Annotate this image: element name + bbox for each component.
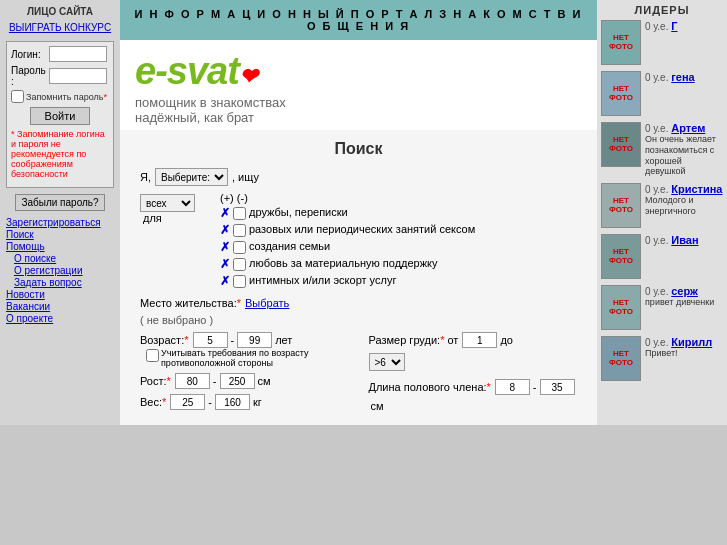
cb-support[interactable] <box>233 258 246 271</box>
leader-name-1[interactable]: гена <box>671 71 694 83</box>
leader-desc-5: привет дивченки <box>645 297 723 308</box>
remember-checkbox[interactable] <box>11 90 24 103</box>
leader-photo-4: НЕТ ФОТО <box>601 234 641 279</box>
login-button[interactable]: Войти <box>30 107 90 125</box>
age-to-input[interactable] <box>237 332 272 348</box>
leader-score-5: 0 у.е. <box>645 286 668 297</box>
site-face-label: ЛИЦО САЙТА <box>6 6 114 17</box>
height-unit: см <box>258 375 271 387</box>
login-input[interactable] <box>49 46 107 62</box>
leader-photo-0: НЕТ ФОТО <box>601 20 641 65</box>
leader-photo-3: НЕТ ФОТО <box>601 183 641 228</box>
leaders-list: НЕТ ФОТО 0 у.е. Г НЕТ ФОТО 0 у.е. гена Н… <box>601 20 723 381</box>
bust-to-label: до <box>500 334 513 346</box>
i-label: Я, <box>140 171 151 183</box>
leader-item: НЕТ ФОТО 0 у.е. Кристина Молодого и энер… <box>601 183 723 228</box>
nav-help[interactable]: Помощь <box>6 241 114 252</box>
win-contest-link[interactable]: ВЫИГРАТЬ КОНКУРС <box>9 22 111 33</box>
cb-escort[interactable] <box>233 275 246 288</box>
all-select[interactable]: всех <box>140 194 195 212</box>
left-sidebar: ЛИЦО САЙТА ВЫИГРАТЬ КОНКУРС Логин: Парол… <box>0 0 120 425</box>
wybrac-link[interactable]: Выбрать <box>245 297 289 309</box>
leader-name-3[interactable]: Кристина <box>671 183 722 195</box>
leader-item: НЕТ ФОТО 0 у.е. гена <box>601 71 723 116</box>
logo-tagline: помощник в знакомствах надёжный, как бра… <box>135 95 582 125</box>
cb-friendship-label: дружбы, переписки <box>249 206 348 218</box>
nav-register[interactable]: Зарегистрироваться <box>6 217 114 228</box>
age-checkbox-label: Учитывать требования по возрасту противо… <box>146 348 349 368</box>
length-label: Длина полового члена:* <box>369 381 491 393</box>
nav-ask-question[interactable]: Задать вопрос <box>14 277 114 288</box>
bust-to-select[interactable]: >6 1 2 3 4 5 6 <box>369 353 405 371</box>
leader-name-4[interactable]: Иван <box>671 234 698 246</box>
nav-vacancies[interactable]: Вакансии <box>6 301 114 312</box>
cb-support-label: любовь за материальную поддержку <box>249 257 438 269</box>
leader-info-4: 0 у.е. Иван <box>645 234 723 246</box>
cb-sex[interactable] <box>233 224 246 237</box>
x-mark-3: ✗ <box>220 240 230 254</box>
nav-news[interactable]: Новости <box>6 289 114 300</box>
logo-text: e-svat❤ <box>135 50 582 93</box>
password-input[interactable] <box>49 68 107 84</box>
search-left-col: Возраст:* - лет Учитывать требования по … <box>140 332 349 415</box>
security-note: * Запоминание логина и пароля не рекомен… <box>11 129 109 179</box>
leader-score-4: 0 у.е. <box>645 235 668 246</box>
length-unit: см <box>371 400 578 412</box>
leader-name-6[interactable]: Кирилл <box>671 336 712 348</box>
cb-family[interactable] <box>233 241 246 254</box>
height-from-input[interactable] <box>175 373 210 389</box>
leader-name-0[interactable]: Г <box>671 20 677 32</box>
length-from-input[interactable] <box>495 379 530 395</box>
checkboxes-section: ✗ дружбы, переписки ✗ разовых или период… <box>220 206 475 288</box>
weight-label: Вес:* <box>140 396 166 408</box>
nav-about-project[interactable]: О проекте <box>6 313 114 324</box>
bust-from-input[interactable] <box>462 332 497 348</box>
cb-family-label: создания семьи <box>249 240 330 252</box>
age-label: Возраст:* <box>140 334 189 346</box>
seek-label: , ищу <box>232 171 259 183</box>
leader-item: НЕТ ФОТО 0 у.е. Кирилл Привет! <box>601 336 723 381</box>
leader-score-2: 0 у.е. <box>645 123 668 134</box>
x-mark-5: ✗ <box>220 274 230 288</box>
password-label: Пароль: <box>11 65 49 87</box>
search-right-col: Размер груди:* от до >6 1 2 3 4 5 6 <box>369 332 578 415</box>
search-title: Поиск <box>140 140 577 158</box>
leader-info-0: 0 у.е. Г <box>645 20 723 32</box>
age-from-input[interactable] <box>193 332 228 348</box>
leader-item: НЕТ ФОТО 0 у.е. Иван <box>601 234 723 279</box>
leader-photo-1: НЕТ ФОТО <box>601 71 641 116</box>
login-block: Логин: Пароль: Запомнить пароль* Войти *… <box>6 41 114 188</box>
weight-to-input[interactable] <box>215 394 250 410</box>
leader-info-5: 0 у.е. серж привет дивченки <box>645 285 723 308</box>
nav-about-search[interactable]: О поиске <box>14 253 114 264</box>
leader-desc-3: Молодого и энергичного <box>645 195 723 217</box>
forgot-password-button[interactable]: Забыли пароль? <box>15 194 105 211</box>
cb-friendship[interactable] <box>233 207 246 220</box>
cb-escort-label: интимных и/или эскорт услуг <box>249 274 396 286</box>
leader-name-2[interactable]: Артем <box>671 122 705 134</box>
leader-info-1: 0 у.е. гена <box>645 71 723 83</box>
nav-about-registration[interactable]: О регистрации <box>14 265 114 276</box>
search-area: Поиск Я, Выберите: мужчину женщину , ищу… <box>120 130 597 425</box>
leader-item: НЕТ ФОТО 0 у.е. Г <box>601 20 723 65</box>
residence-value: ( не выбрано ) <box>140 314 577 326</box>
age-checkbox[interactable] <box>146 349 159 362</box>
right-sidebar: ЛИДЕРЫ НЕТ ФОТО 0 у.е. Г НЕТ ФОТО 0 у.е.… <box>597 0 727 425</box>
logo-area: e-svat❤ помощник в знакомствах надёжный,… <box>120 40 597 130</box>
leader-name-5[interactable]: серж <box>671 285 698 297</box>
leader-desc-2: Он очень желает познакомиться с хорошей … <box>645 134 723 177</box>
length-to-input[interactable] <box>540 379 575 395</box>
leader-photo-5: НЕТ ФОТО <box>601 285 641 330</box>
nav-search[interactable]: Поиск <box>6 229 114 240</box>
x-mark-2: ✗ <box>220 223 230 237</box>
height-label: Рост:* <box>140 375 171 387</box>
choose-select[interactable]: Выберите: мужчину женщину <box>155 168 228 186</box>
residence-label: Место жительства:* <box>140 297 241 309</box>
plus-minus: (+) (-) <box>220 192 475 204</box>
leader-info-2: 0 у.е. Артем Он очень желает познакомить… <box>645 122 723 177</box>
bust-label: Размер груди:* от <box>369 334 459 346</box>
logo-heart: ❤ <box>239 64 256 89</box>
weight-from-input[interactable] <box>170 394 205 410</box>
height-to-input[interactable] <box>220 373 255 389</box>
leader-desc-6: Привет! <box>645 348 723 359</box>
